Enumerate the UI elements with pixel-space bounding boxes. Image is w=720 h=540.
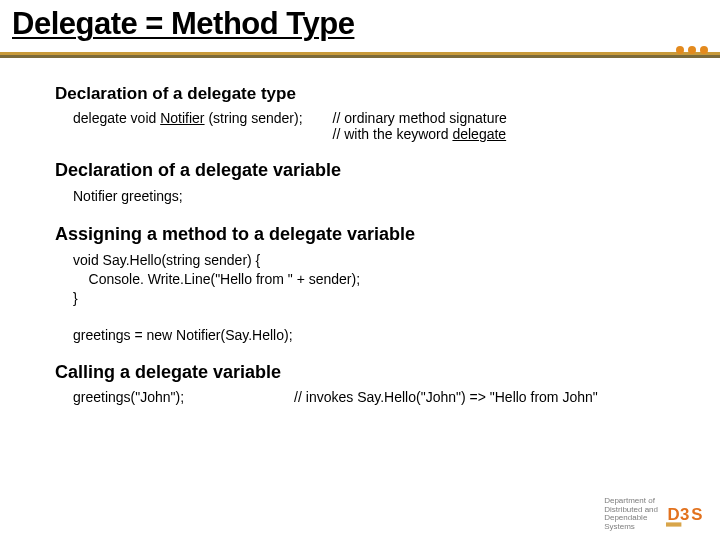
- section-heading-4: Calling a delegate variable: [55, 362, 665, 383]
- code-assign-method: void Say.Hello(string sender) { Console.…: [73, 251, 665, 308]
- section-heading-2: Declaration of a delegate variable: [55, 160, 665, 181]
- divider-bar: [0, 52, 720, 58]
- slide-title: Delegate = Method Type: [12, 6, 708, 42]
- svg-text:D: D: [667, 505, 679, 524]
- comment-declare-type: // ordinary method signature // with the…: [333, 110, 507, 142]
- svg-text:S: S: [691, 505, 702, 524]
- decorative-dots: [676, 46, 708, 54]
- code-call: greetings("John");: [73, 389, 184, 405]
- code-declare-type: delegate void Notifier (string sender);: [73, 110, 303, 126]
- code-assign-new: greetings = new Notifier(Say.Hello);: [73, 326, 665, 345]
- d3s-logo-icon: D 3 S: [666, 500, 708, 528]
- svg-text:3: 3: [680, 505, 689, 524]
- comment-call: // invokes Say.Hello("John") => "Hello f…: [294, 389, 598, 405]
- section-heading-1: Declaration of a delegate type: [55, 84, 665, 104]
- section-heading-3: Assigning a method to a delegate variabl…: [55, 224, 665, 245]
- svg-rect-4: [666, 523, 681, 527]
- footer: Department of Distributed and Dependable…: [604, 497, 708, 532]
- dept-label: Department of Distributed and Dependable…: [604, 497, 658, 532]
- code-declare-var: Notifier greetings;: [73, 187, 665, 206]
